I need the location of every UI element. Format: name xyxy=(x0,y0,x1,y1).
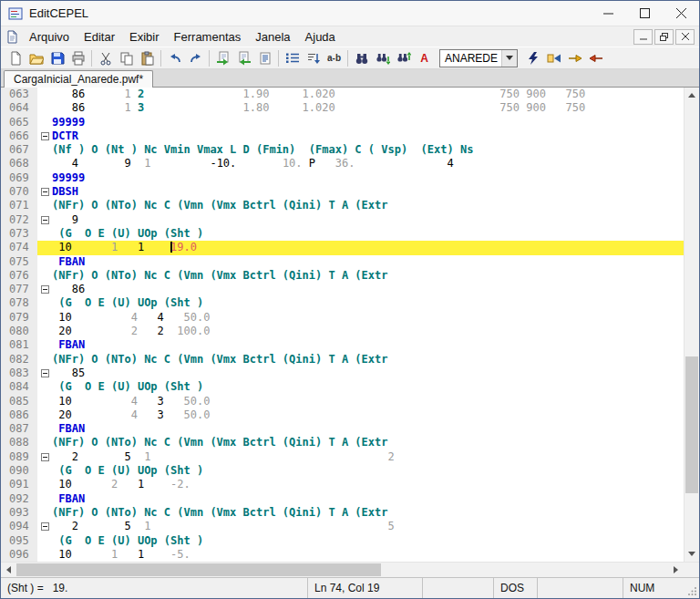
syntax-highlight-button[interactable]: A xyxy=(414,48,435,68)
editor-line[interactable]: 087 FBAN xyxy=(1,422,684,436)
editor-line[interactable]: 067(Nf ) O (Nt ) Nc Vmin Vmax L D (Fmin)… xyxy=(1,143,684,157)
fold-collapse-icon[interactable] xyxy=(41,216,49,224)
menu-janela[interactable]: Janela xyxy=(248,28,297,46)
engine-combobox[interactable]: ANAREDE xyxy=(439,49,518,67)
menu-exibir[interactable]: Exibir xyxy=(122,28,167,46)
line-number: 086 xyxy=(1,408,37,422)
fold-collapse-icon[interactable] xyxy=(41,369,49,377)
editor-line[interactable]: 072 9 xyxy=(1,213,684,227)
edit-record-button[interactable] xyxy=(233,48,254,68)
minimize-button[interactable] xyxy=(590,1,626,26)
record-list-button[interactable] xyxy=(254,48,275,68)
scroll-down-button[interactable] xyxy=(685,546,699,562)
code-editor[interactable]: 063 86 1 2 1.90 1.020 750 900 750064 86 … xyxy=(1,88,684,562)
save-file-button[interactable] xyxy=(46,48,67,68)
fold-collapse-icon[interactable] xyxy=(41,188,49,196)
fold-collapse-icon[interactable] xyxy=(41,132,49,140)
insert-record-button[interactable] xyxy=(212,48,233,68)
menu-arquivo[interactable]: Arquivo xyxy=(22,28,77,46)
editor-line[interactable]: 082(NFr) O (NTo) Nc C (Vmn (Vmx Bctrl (Q… xyxy=(1,353,684,367)
document-icon[interactable] xyxy=(5,30,18,44)
fold-marker[interactable] xyxy=(37,520,52,533)
editor-line[interactable]: 093(NFr) O (NTo) Nc C (Vmn (Vmx Bctrl (Q… xyxy=(1,506,684,520)
editor-line[interactable]: 084 (G O E (U) UOp (Sht ) xyxy=(1,380,684,394)
run-anarede-button[interactable] xyxy=(522,48,543,68)
editor-line[interactable]: 068 4 9 1 -10. 10. P 36. 4 xyxy=(1,157,684,170)
vertical-scrollbar[interactable] xyxy=(684,88,699,562)
fold-collapse-icon[interactable] xyxy=(41,453,49,461)
fold-marker[interactable] xyxy=(37,213,52,227)
editor-line[interactable]: 086 20 4 3 50.0 xyxy=(1,408,684,422)
mdi-restore-button[interactable] xyxy=(654,29,674,45)
editor-line[interactable]: 070DBSH xyxy=(1,185,684,199)
next-case-button[interactable] xyxy=(564,48,585,68)
fold-collapse-icon[interactable] xyxy=(41,522,49,531)
fold-marker[interactable] xyxy=(37,283,52,296)
mdi-close-button[interactable] xyxy=(675,29,695,45)
editor-line[interactable]: 096 10 1 1 -5. xyxy=(1,548,684,562)
new-file-button[interactable] xyxy=(5,48,26,68)
editor-line[interactable]: 06999999 xyxy=(1,171,684,185)
editor-line[interactable]: 075 FBAN xyxy=(1,255,684,269)
editor-line[interactable]: 076(NFr) O (NTo) Nc C (Vmn (Vmx Bctrl (Q… xyxy=(1,269,684,283)
editor-line[interactable]: 066DCTR xyxy=(1,129,684,143)
find-previous-button[interactable] xyxy=(393,48,414,68)
editor-line[interactable]: 071(NFr) O (NTo) Nc C (Vmn (Vmx Bctrl (Q… xyxy=(1,199,684,212)
word-wrap-button[interactable]: a-b xyxy=(324,48,345,68)
tab-cargainicial-anarede[interactable]: CargaInicial_Anarede.pwf* xyxy=(4,70,153,88)
editor-line[interactable]: 078 (G O E (U) UOp (Sht ) xyxy=(1,296,684,310)
editor-line[interactable]: 092 FBAN xyxy=(1,492,684,506)
horizontal-scroll-thumb[interactable] xyxy=(16,563,381,576)
find-button[interactable] xyxy=(351,48,372,68)
undo-button[interactable] xyxy=(164,48,185,68)
fold-marker[interactable] xyxy=(37,185,52,199)
cut-button[interactable] xyxy=(95,48,116,68)
scroll-left-button[interactable] xyxy=(1,563,16,577)
maximize-button[interactable] xyxy=(626,1,663,26)
editor-line[interactable]: 080 20 2 2 100.0 xyxy=(1,325,684,338)
editor-line[interactable]: 090 (G O E (U) UOp (Sht ) xyxy=(1,464,684,478)
copy-button[interactable] xyxy=(116,48,137,68)
paste-button[interactable] xyxy=(137,48,158,68)
open-file-button[interactable] xyxy=(26,48,46,68)
redo-button[interactable] xyxy=(185,48,206,68)
fold-margin xyxy=(37,227,52,241)
editor-line[interactable]: 088(NFr) O (NTo) Nc C (Vmn (Vmx Bctrl (Q… xyxy=(1,436,684,449)
editor-line[interactable]: 089 2 5 1 2 xyxy=(1,450,684,464)
print-button[interactable] xyxy=(67,48,88,68)
resize-grip[interactable] xyxy=(687,586,697,596)
editor-line[interactable]: 095 (G O E (U) UOp (Sht ) xyxy=(1,534,684,548)
editor-line[interactable]: 063 86 1 2 1.90 1.020 750 900 750 xyxy=(1,88,684,101)
scroll-right-button[interactable] xyxy=(668,563,684,577)
editor-line[interactable]: 091 10 2 1 -2. xyxy=(1,478,684,491)
chevron-down-icon[interactable] xyxy=(501,50,517,67)
editor-line[interactable]: 073 (G O E (U) UOp (Sht ) xyxy=(1,227,684,241)
code-list-button[interactable] xyxy=(282,48,303,68)
editor-line[interactable]: 077 86 xyxy=(1,283,684,296)
mdi-minimize-button[interactable] xyxy=(633,29,653,45)
menu-editar[interactable]: Editar xyxy=(77,28,122,46)
find-next-button[interactable] xyxy=(372,48,393,68)
fold-marker[interactable] xyxy=(37,129,52,143)
editor-line[interactable]: 094 2 5 1 5 xyxy=(1,520,684,533)
editor-line[interactable]: 06599999 xyxy=(1,116,684,129)
vertical-scroll-thumb[interactable] xyxy=(685,356,698,493)
fold-marker[interactable] xyxy=(37,367,52,380)
editor-line[interactable]: 079 10 4 4 50.0 xyxy=(1,311,684,325)
scroll-up-button[interactable] xyxy=(685,88,699,103)
sort-lines-button[interactable] xyxy=(303,48,324,68)
editor-line[interactable]: 083 85 xyxy=(1,367,684,380)
menu-ferramentas[interactable]: Ferramentas xyxy=(167,28,249,46)
horizontal-scrollbar[interactable] xyxy=(1,563,684,577)
maximize-icon xyxy=(640,8,650,18)
run-case-button[interactable] xyxy=(543,48,564,68)
fold-collapse-icon[interactable] xyxy=(41,285,49,294)
editor-line[interactable]: 081 FBAN xyxy=(1,338,684,352)
editor-line[interactable]: 064 86 1 3 1.80 1.020 750 900 750 xyxy=(1,101,684,115)
fold-marker[interactable] xyxy=(37,450,52,464)
editor-line[interactable]: 074 10 1 1 19.0 xyxy=(1,241,684,254)
editor-line[interactable]: 085 10 4 3 50.0 xyxy=(1,395,684,408)
previous-case-button[interactable] xyxy=(585,48,606,68)
menu-ajuda[interactable]: Ajuda xyxy=(298,28,343,46)
close-button[interactable] xyxy=(663,1,699,26)
